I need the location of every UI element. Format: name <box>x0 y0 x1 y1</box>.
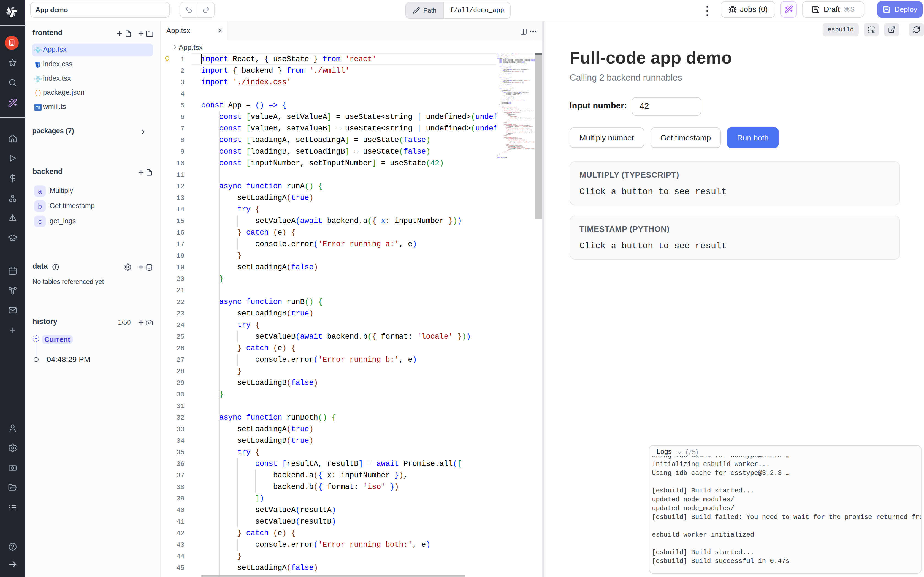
svg-text:3: 3 <box>37 63 39 67</box>
svg-text:TS: TS <box>36 106 40 110</box>
